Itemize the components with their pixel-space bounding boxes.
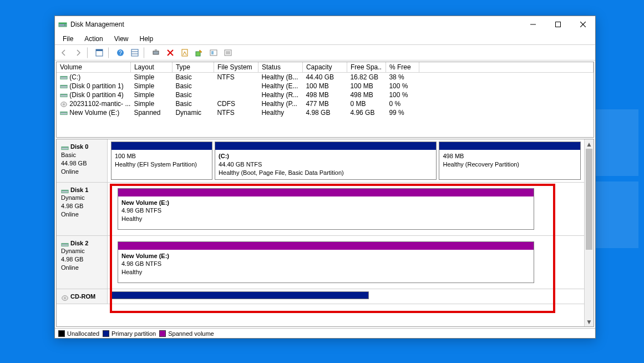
disk-icon — [61, 144, 69, 150]
cell-layout: Simple — [130, 73, 172, 82]
partition-bar — [111, 292, 368, 299]
partition-body: (C:)44.40 GB NTFSHealthy (Boot, Page Fil… — [215, 150, 436, 179]
refresh-button[interactable] — [149, 46, 163, 59]
cell-layout: Simple — [130, 99, 172, 108]
column-header[interactable]: Free Spa.. — [347, 62, 386, 73]
cell-status: Healthy — [258, 108, 302, 117]
volume-row[interactable]: (Disk 0 partition 1)SimpleBasicHealthy (… — [57, 82, 594, 90]
cell-fs: CDFS — [214, 99, 258, 108]
disk-row: Disk 1Dynamic4.98 GBOnlineNew Volume (E:… — [57, 183, 584, 236]
menu-help[interactable]: Help — [134, 34, 159, 44]
cell-fs: NTFS — [214, 108, 258, 117]
show-hide-console-button[interactable] — [93, 46, 106, 59]
titlebar[interactable]: Disk Management — [55, 16, 595, 33]
menu-file[interactable]: File — [57, 34, 79, 44]
list-button[interactable] — [221, 46, 235, 59]
disk-partitions — [108, 289, 584, 304]
disk-label[interactable]: Disk 0Basic44.98 GBOnline — [57, 139, 108, 182]
disk-icon — [61, 240, 69, 247]
disk-label[interactable]: Disk 1Dynamic4.98 GBOnline — [57, 183, 108, 235]
back-button[interactable] — [57, 46, 70, 59]
volume-row[interactable]: 20231102-mantic- ...SimpleBasicCDFSHealt… — [57, 99, 594, 108]
graphical-view-pane[interactable]: Disk 0Basic44.98 GBOnline100 MBHealthy (… — [56, 139, 594, 327]
disk-partitions: New Volume (E:)4.98 GB NTFSHealthy — [108, 236, 584, 289]
volume-row[interactable]: New Volume (E:)SpannedDynamicNTFSHealthy… — [57, 108, 594, 117]
partition[interactable] — [111, 291, 369, 299]
column-header[interactable]: Volume — [57, 62, 130, 73]
disk-state: Online — [61, 211, 79, 218]
volume-icon: 20231102-mantic- ... — [57, 99, 130, 108]
scrollbar-thumb[interactable] — [586, 149, 592, 250]
cell-free: 4.96 GB — [347, 108, 386, 117]
partition-bar — [215, 142, 436, 150]
rescan-button[interactable] — [207, 46, 220, 59]
delete-button[interactable] — [164, 46, 177, 59]
svg-rect-36 — [62, 147, 68, 148]
volume-icon: (C:) — [57, 73, 130, 82]
vertical-scrollbar[interactable]: ▲ ▼ — [584, 139, 594, 326]
cell-status: Healthy (E... — [258, 82, 302, 90]
partition[interactable]: (C:)44.40 GB NTFSHealthy (Boot, Page Fil… — [215, 142, 437, 180]
partition-title: New Volume (E:) — [121, 199, 530, 207]
svg-point-32 — [63, 104, 65, 105]
legend-spanned: Spanned volume — [159, 330, 214, 337]
svg-point-42 — [64, 298, 66, 299]
volume-list-pane[interactable]: VolumeLayoutTypeFile SystemStatusCapacit… — [56, 62, 594, 138]
column-header[interactable]: % Free — [386, 62, 419, 73]
partition-body: New Volume (E:)4.98 GB NTFSHealthy — [118, 250, 534, 283]
menu-view[interactable]: View — [109, 34, 134, 44]
action-button[interactable] — [192, 46, 206, 59]
partition[interactable]: 100 MBHealthy (EFI System Partition) — [111, 142, 212, 180]
cell-type: Basic — [172, 82, 214, 90]
volume-icon: (Disk 0 partition 4) — [57, 90, 130, 99]
column-header[interactable]: File System — [214, 62, 258, 73]
column-header[interactable]: Capacity — [302, 62, 347, 73]
partition-size: 4.98 GB NTFS — [121, 206, 530, 215]
scroll-down-button[interactable]: ▼ — [585, 317, 594, 326]
partition-bar — [118, 242, 534, 250]
toolbar-separator — [144, 47, 147, 58]
disk-label[interactable]: CD-ROM — [57, 289, 108, 304]
settings-button[interactable] — [128, 46, 141, 59]
minimize-button[interactable] — [520, 16, 545, 33]
svg-rect-26 — [60, 76, 67, 77]
svg-rect-17 — [182, 49, 187, 56]
partition[interactable]: 498 MBHealthy (Recovery Partition) — [439, 142, 581, 180]
partition[interactable]: New Volume (E:)4.98 GB NTFSHealthy — [118, 241, 534, 283]
scroll-up-button[interactable]: ▲ — [585, 139, 594, 149]
cell-type: Basic — [172, 99, 214, 108]
partition-title: (C:) — [219, 152, 433, 160]
cell-layout: Simple — [130, 82, 172, 90]
menu-action[interactable]: Action — [79, 34, 108, 44]
column-header[interactable]: Layout — [130, 62, 172, 73]
disk-size: 4.98 GB — [61, 203, 83, 209]
legend-primary: Primary partition — [103, 330, 156, 337]
properties-button[interactable] — [178, 46, 191, 59]
close-button[interactable] — [570, 16, 595, 33]
disk-management-window: Disk Management File Action View Help ? — [54, 16, 596, 339]
volume-icon: New Volume (E:) — [57, 108, 130, 117]
cell-fs — [214, 90, 258, 99]
partition-body: New Volume (E:)4.98 GB NTFSHealthy — [118, 196, 534, 229]
svg-rect-28 — [60, 85, 67, 86]
forward-button[interactable] — [72, 46, 85, 59]
content-area: VolumeLayoutTypeFile SystemStatusCapacit… — [55, 60, 595, 338]
column-header[interactable]: Type — [172, 62, 214, 73]
help-button[interactable]: ? — [114, 46, 127, 59]
partition-body: 100 MBHealthy (EFI System Partition) — [111, 150, 212, 179]
partition[interactable]: New Volume (E:)4.98 GB NTFSHealthy — [118, 188, 534, 230]
volume-row[interactable]: (Disk 0 partition 4)SimpleBasicHealthy (… — [57, 90, 594, 99]
partition-status: Healthy (EFI System Partition) — [115, 160, 209, 169]
legend: Unallocated Primary partition Spanned vo… — [55, 328, 595, 338]
svg-rect-20 — [211, 51, 214, 54]
partition-size: 4.98 GB NTFS — [121, 260, 530, 268]
maximize-button[interactable] — [545, 16, 570, 33]
svg-rect-8 — [96, 49, 103, 51]
volume-row[interactable]: (C:)SimpleBasicNTFSHealthy (B...44.40 GB… — [57, 73, 594, 82]
disk-label[interactable]: Disk 2Dynamic4.98 GBOnline — [57, 236, 108, 289]
svg-rect-11 — [131, 49, 138, 56]
cell-layout: Spanned — [130, 108, 172, 117]
menubar: File Action View Help — [55, 33, 595, 45]
column-header[interactable]: Status — [258, 62, 302, 73]
cell-capacity: 100 MB — [302, 82, 347, 90]
